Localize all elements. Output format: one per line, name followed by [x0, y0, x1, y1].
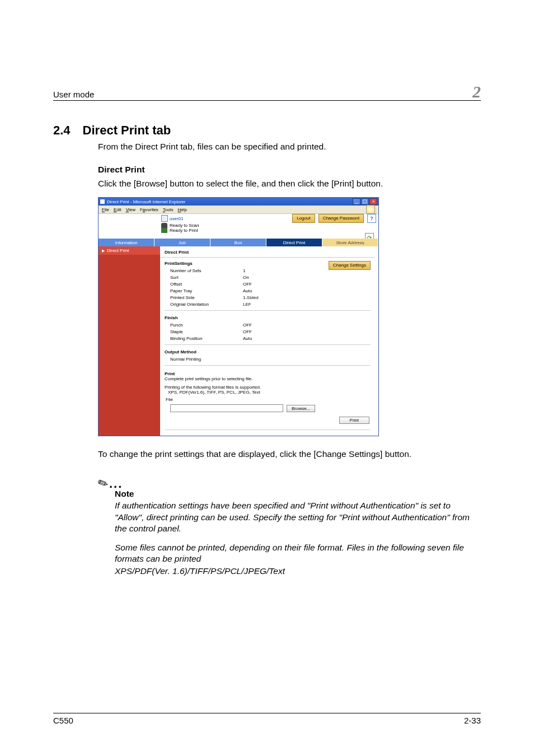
ps-value: On — [243, 274, 249, 281]
ps-label: Printed Side — [165, 295, 243, 301]
sidebar: ▶ Direct Print — [99, 246, 160, 436]
fin-value: OFF — [243, 322, 252, 329]
tab-job[interactable]: Job — [154, 239, 210, 246]
running-head-left: User mode — [53, 90, 94, 99]
ps-value: LEF — [243, 301, 251, 308]
subsection-heading: Direct Print — [98, 165, 481, 175]
logout-button[interactable]: Logout — [292, 214, 315, 223]
print-note: XPS, PDF(Ver1.6), TIFF, PS, PCL, JPEG, T… — [165, 390, 371, 395]
ps-label: Sort — [165, 274, 243, 281]
status-print: Ready to Print — [170, 228, 198, 233]
page-footer: C550 2-33 — [53, 713, 481, 725]
close-button[interactable]: × — [369, 198, 377, 205]
ie-app-icon — [100, 199, 105, 204]
note-paragraph-1: If authentication settings have been spe… — [115, 500, 481, 534]
fin-value: OFF — [243, 329, 252, 335]
sidebar-item-direct-print[interactable]: ▶ Direct Print — [99, 246, 160, 255]
ps-value: Auto — [243, 288, 252, 295]
change-settings-button[interactable]: Change Settings — [329, 261, 371, 270]
menu-file[interactable]: File — [102, 207, 109, 212]
menu-tools[interactable]: Tools — [163, 207, 174, 212]
ps-label: Offset — [165, 281, 243, 288]
help-icon[interactable]: ? — [367, 214, 376, 223]
note-heading: Note — [115, 489, 481, 499]
print-note: Printing of the following format files i… — [165, 385, 371, 390]
ps-label: Paper Tray — [165, 288, 243, 295]
tab-information[interactable]: Information — [99, 239, 154, 246]
section-print: Print — [165, 371, 371, 376]
note-paragraph-2: Some files cannot be printed, depending … — [115, 542, 481, 564]
fin-label: Binding Position — [165, 335, 243, 342]
file-path-input[interactable] — [170, 404, 283, 412]
embedded-screenshot: Direct Print - Microsoft Internet Explor… — [98, 197, 481, 436]
menu-edit[interactable]: Edit — [114, 207, 121, 212]
main-tabs: Information Job Box Direct Print Store A… — [99, 239, 378, 246]
after-screenshot-paragraph: To change the print settings that are di… — [98, 449, 481, 460]
user-icon — [161, 215, 168, 222]
running-head: User mode 2 — [53, 84, 481, 101]
ie-logo-icon — [366, 205, 375, 214]
ie-window-title: Direct Print - Microsoft Internet Explor… — [107, 199, 185, 204]
minimize-button[interactable]: _ — [353, 198, 360, 205]
fin-label: Staple — [165, 329, 243, 335]
fin-label: Punch — [165, 322, 243, 329]
status-scan: Ready to Scan — [170, 223, 199, 228]
footer-left: C550 — [53, 716, 73, 725]
file-label: File — [165, 397, 371, 402]
running-head-right: 2 — [472, 84, 481, 99]
maximize-button[interactable]: ▢ — [361, 198, 369, 205]
triangle-right-icon: ▶ — [102, 249, 105, 253]
section-number: 2.4 — [53, 123, 71, 138]
ie-menubar: File Edit View Favorites Tools Help — [99, 206, 378, 214]
change-password-button[interactable]: Change Password — [318, 214, 364, 223]
user-name: user01 — [170, 216, 183, 221]
ps-label: Original Orientation — [165, 301, 243, 308]
tab-box[interactable]: Box — [210, 239, 266, 246]
footer-right: 2-33 — [464, 716, 481, 725]
printer-icon — [161, 228, 167, 233]
section-title: Direct Print tab — [83, 123, 171, 138]
ie-titlebar: Direct Print - Microsoft Internet Explor… — [99, 198, 378, 206]
panel-title: Direct Print — [160, 249, 375, 258]
tab-store-address[interactable]: Store Address — [322, 239, 378, 246]
section-heading: 2.4 Direct Print tab — [53, 123, 481, 138]
print-button[interactable]: Print — [339, 417, 369, 424]
section-finish: Finish — [165, 315, 375, 320]
scanner-icon — [161, 223, 167, 228]
ps-label: Number of Sets — [165, 268, 243, 274]
subsection-intro: Click the [Browse] button to select the … — [98, 178, 481, 189]
section-output: Output Method — [165, 349, 375, 354]
tab-direct-print[interactable]: Direct Print — [266, 239, 322, 246]
ps-value: OFF — [243, 281, 252, 288]
menu-help[interactable]: Help — [178, 207, 187, 212]
ps-value: 1-Sided — [243, 295, 259, 301]
ps-value: 1 — [243, 268, 245, 274]
note-paragraph-3: XPS/PDF(Ver. 1.6)/TIFF/PS/PCL/JPEG/Text — [115, 566, 481, 577]
menu-view[interactable]: View — [126, 207, 135, 212]
out-label: Normal Printing — [165, 356, 243, 363]
sidebar-item-label: Direct Print — [107, 248, 129, 253]
pen-icon: ✎ — [95, 475, 110, 493]
intro-paragraph: From the Direct Print tab, files can be … — [98, 141, 481, 152]
fin-value: Auto — [243, 335, 252, 342]
menu-favorites[interactable]: Favorites — [140, 207, 158, 212]
print-note: Complete print settings prior to selecti… — [165, 376, 371, 381]
browse-button[interactable]: Browse... — [287, 405, 315, 412]
